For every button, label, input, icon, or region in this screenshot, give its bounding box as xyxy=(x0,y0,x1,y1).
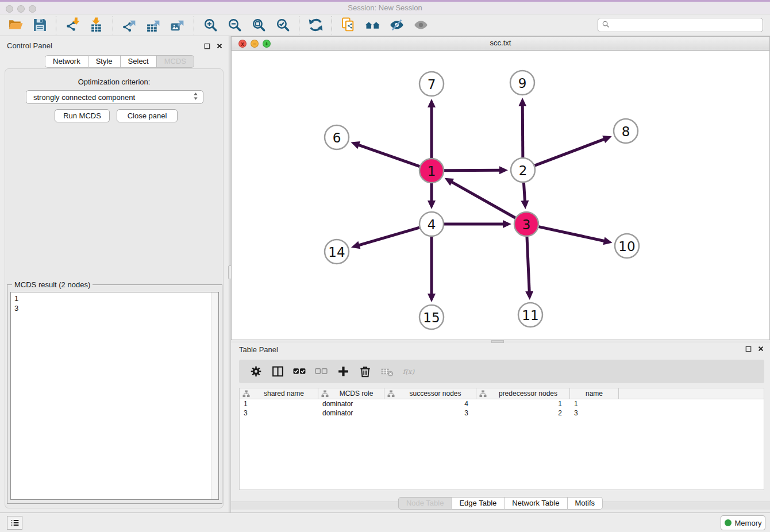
optimization-criterion-select[interactable]: strongly connected component xyxy=(26,90,203,104)
column-header-label: successor nodes xyxy=(395,390,476,398)
result-scrollbar[interactable] xyxy=(211,292,218,499)
edge-3-1[interactable] xyxy=(445,178,515,218)
window-minimize-button[interactable] xyxy=(17,5,25,13)
edge-4-3[interactable] xyxy=(444,220,511,228)
window-zoom-button[interactable] xyxy=(29,5,36,13)
save-session-icon[interactable] xyxy=(28,16,52,35)
tab-style[interactable]: Style xyxy=(88,55,121,68)
export-network-icon[interactable] xyxy=(117,16,141,35)
new-network-from-selection-icon[interactable] xyxy=(336,16,360,35)
show-columns-icon[interactable] xyxy=(267,362,288,381)
column-header-predecessor-nodes[interactable]: predecessor nodes xyxy=(476,388,570,399)
table-row[interactable]: 3dominator323 xyxy=(240,408,764,418)
cell-name[interactable]: 3 xyxy=(570,408,619,418)
mcds-result-line: 3 xyxy=(14,303,215,313)
network-window-zoom-button[interactable]: + xyxy=(263,40,271,48)
export-image-icon[interactable] xyxy=(165,16,190,35)
cell-successor-nodes[interactable]: 4 xyxy=(384,399,476,408)
delete-columns-icon[interactable] xyxy=(354,362,376,381)
table-panel-title: Table Panel xyxy=(239,345,278,354)
zoom-out-icon[interactable] xyxy=(222,16,247,35)
tab-network-table[interactable]: Network Table xyxy=(505,497,567,510)
column-header-shared-name[interactable]: shared name xyxy=(240,388,318,399)
graph-node-1[interactable]: 1 xyxy=(419,159,444,183)
graph-node-10[interactable]: 10 xyxy=(615,234,639,258)
graph-node-2[interactable]: 2 xyxy=(511,158,535,182)
tab-motifs[interactable]: Motifs xyxy=(567,497,603,510)
import-network-icon[interactable] xyxy=(60,16,84,35)
cell-shared-name[interactable]: 1 xyxy=(240,399,318,408)
graph-node-4[interactable]: 4 xyxy=(419,212,444,236)
cell-successor-nodes[interactable]: 3 xyxy=(384,408,476,418)
graph-node-3[interactable]: 3 xyxy=(514,212,538,236)
tab-select[interactable]: Select xyxy=(121,55,157,68)
toolbar-separator xyxy=(332,16,332,34)
svg-text:1: 1 xyxy=(428,164,436,179)
table-options-gear-icon[interactable] xyxy=(245,362,267,381)
tab-edge-table[interactable]: Edge Table xyxy=(452,497,505,510)
task-history-button[interactable] xyxy=(7,516,22,530)
network-window-close-button[interactable]: x xyxy=(238,40,247,48)
create-column-icon[interactable] xyxy=(332,362,354,381)
delete-table-icon xyxy=(376,362,398,381)
edge-3-10[interactable] xyxy=(538,227,612,245)
edge-2-9[interactable] xyxy=(518,98,526,157)
graph-node-6[interactable]: 6 xyxy=(325,125,349,149)
float-panel-icon[interactable] xyxy=(202,41,211,51)
hide-selected-icon[interactable] xyxy=(384,16,409,35)
svg-text:14: 14 xyxy=(328,245,345,260)
graph-node-14[interactable]: 14 xyxy=(325,240,349,264)
graph-node-9[interactable]: 9 xyxy=(510,71,534,95)
edge-4-15[interactable] xyxy=(428,237,436,302)
graph-node-7[interactable]: 7 xyxy=(419,72,444,96)
edge-1-7[interactable] xyxy=(428,99,436,158)
cell-MCDS-role[interactable]: dominator xyxy=(318,399,384,408)
column-header-MCDS-role[interactable]: MCDS role xyxy=(318,388,384,399)
close-panel-button[interactable]: Close panel xyxy=(117,109,178,122)
zoom-fit-icon[interactable] xyxy=(247,16,271,35)
search-input[interactable] xyxy=(610,20,759,31)
first-neighbors-icon[interactable] xyxy=(360,16,384,35)
tab-mcds[interactable]: MCDS xyxy=(157,55,194,68)
column-header-successor-nodes[interactable]: successor nodes xyxy=(384,388,476,399)
cell-name[interactable]: 1 xyxy=(570,399,619,408)
select-all-columns-icon[interactable] xyxy=(288,362,310,381)
tab-node-table[interactable]: Node Table xyxy=(398,497,452,510)
edge-1-2[interactable] xyxy=(444,166,508,174)
edge-2-3[interactable] xyxy=(521,183,529,209)
cell-predecessor-nodes[interactable]: 2 xyxy=(476,408,570,418)
edge-1-6[interactable] xyxy=(351,141,420,167)
float-table-panel-icon[interactable] xyxy=(744,344,753,353)
tab-network[interactable]: Network xyxy=(45,55,88,68)
mcds-result-group: MCDS result (2 nodes) 13 xyxy=(7,284,222,504)
close-panel-icon[interactable] xyxy=(215,41,224,51)
window-close-button[interactable] xyxy=(6,5,13,13)
graph-node-8[interactable]: 8 xyxy=(614,119,638,143)
unselect-all-columns-icon[interactable] xyxy=(310,362,332,381)
column-header-name[interactable]: name xyxy=(570,388,619,399)
show-all-icon xyxy=(409,16,433,35)
open-file-icon[interactable] xyxy=(3,16,28,35)
graph-node-15[interactable]: 15 xyxy=(419,305,444,329)
edge-1-4[interactable] xyxy=(428,183,436,209)
table-row[interactable]: 1dominator411 xyxy=(240,399,764,408)
import-table-icon[interactable] xyxy=(84,16,109,35)
network-window-minimize-button[interactable]: – xyxy=(251,40,259,48)
cell-MCDS-role[interactable]: dominator xyxy=(318,408,384,418)
mcds-result-textarea[interactable]: 13 xyxy=(10,292,219,500)
graph-node-11[interactable]: 11 xyxy=(518,303,542,327)
edge-3-11[interactable] xyxy=(525,237,533,300)
export-table-icon[interactable] xyxy=(141,16,165,35)
cell-shared-name[interactable]: 3 xyxy=(240,408,318,418)
refresh-layout-icon[interactable] xyxy=(303,16,328,35)
svg-text:10: 10 xyxy=(618,239,635,254)
edge-4-14[interactable] xyxy=(351,228,419,249)
memory-button[interactable]: Memory xyxy=(721,515,765,530)
close-table-panel-icon[interactable] xyxy=(756,344,765,353)
run-mcds-button[interactable]: Run MCDS xyxy=(55,109,110,122)
zoom-in-icon[interactable] xyxy=(198,16,222,35)
edge-2-8[interactable] xyxy=(535,136,612,165)
network-canvas[interactable]: 7968124314101511 xyxy=(232,51,769,340)
cell-predecessor-nodes[interactable]: 1 xyxy=(476,399,570,408)
zoom-selected-icon[interactable] xyxy=(271,16,295,35)
